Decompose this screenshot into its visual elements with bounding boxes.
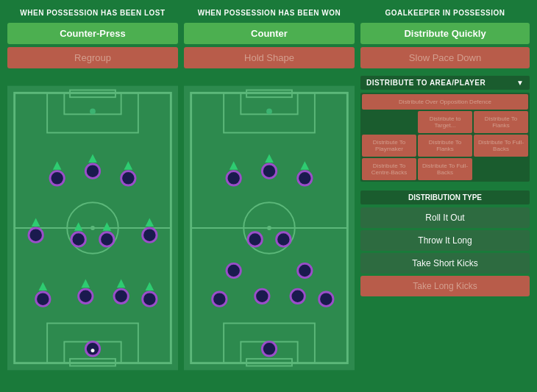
svg-point-15 [36, 292, 50, 306]
svg-point-27 [100, 232, 114, 246]
possession-won-panel: WHEN POSSESSION HAS BEEN WON Counter Hol… [184, 7, 355, 385]
svg-point-23 [29, 228, 43, 242]
take-short-kicks-btn[interactable]: Take Short Kicks [360, 253, 530, 274]
possession-lost-panel: WHEN POSSESSION HAS BEEN LOST Counter-Pr… [7, 7, 178, 385]
distribute-area-section: DISTRIBUTE TO AREA/PLAYER ▼ Distribute O… [360, 76, 530, 182]
goalkeeper-title: GOALKEEPER IN POSSESSION [360, 7, 530, 20]
svg-point-48 [266, 109, 272, 115]
svg-point-21 [143, 292, 157, 306]
counter-press-btn[interactable]: Counter-Press [7, 23, 178, 44]
svg-text:●: ● [90, 345, 95, 354]
dropdown-arrow-icon: ▼ [516, 79, 524, 87]
goalkeeper-panel: GOALKEEPER IN POSSESSION Distribute Quic… [360, 7, 530, 385]
pitch-left-wrap: ● [7, 71, 178, 385]
dist-cell-centrebacks[interactable]: Distribute To Centre-Backs [362, 158, 416, 180]
svg-point-50 [262, 342, 276, 356]
svg-point-64 [298, 263, 312, 277]
pitch-middle [184, 71, 355, 385]
regroup-btn[interactable]: Regroup [7, 47, 178, 68]
possession-lost-title: WHEN POSSESSION HAS BEEN LOST [7, 7, 178, 20]
svg-point-55 [248, 232, 262, 246]
throw-it-long-btn[interactable]: Throw It Long [360, 230, 530, 251]
pitch-left: ● [7, 71, 178, 385]
hold-shape-btn[interactable]: Hold Shape [184, 47, 355, 68]
distribute-area-header[interactable]: DISTRIBUTE TO AREA/PLAYER ▼ [360, 76, 530, 90]
svg-point-19 [114, 289, 128, 303]
dist-cell-flanks-left[interactable]: Distribute To Flanks [474, 111, 528, 133]
dist-cell-playmaker[interactable]: Distribute To Playmaker [362, 135, 416, 157]
distribution-type-section: DISTRIBUTION TYPE Roll It Out Throw It L… [360, 190, 530, 299]
svg-point-57 [227, 171, 241, 185]
svg-point-54 [319, 292, 333, 306]
take-long-kicks-btn[interactable]: Take Long Kicks [360, 276, 530, 296]
svg-point-56 [277, 232, 291, 246]
pitch-middle-wrap [184, 71, 355, 385]
svg-point-41 [267, 226, 271, 230]
slow-pace-btn[interactable]: Slow Pace Down [360, 47, 530, 68]
svg-point-4 [90, 226, 95, 230]
distribute-area-title: DISTRIBUTE TO AREA/PLAYER [366, 79, 486, 87]
dist-cell-target[interactable]: Distribute to Target... [418, 111, 472, 133]
goalkeeper-section: Distribute Quickly Slow Pace Down [360, 23, 530, 68]
svg-point-11 [90, 109, 96, 115]
svg-point-33 [85, 164, 99, 178]
possession-won-title: WHEN POSSESSION HAS BEEN WON [184, 7, 355, 20]
distribution-grid: Distribute Over Opposition Defence Distr… [360, 93, 530, 182]
dist-cell-opposition-defence[interactable]: Distribute Over Opposition Defence [362, 94, 528, 110]
distribution-type-header: DISTRIBUTION TYPE [360, 190, 530, 204]
svg-point-61 [298, 171, 312, 185]
svg-point-63 [227, 263, 241, 277]
svg-point-29 [143, 228, 157, 242]
svg-point-35 [121, 171, 135, 185]
svg-point-25 [71, 232, 85, 246]
svg-point-52 [255, 289, 269, 303]
dist-cell-fullbacks-right[interactable]: Distribute To Full-Backs [418, 158, 472, 180]
dist-cell-fullbacks-left[interactable]: Distribute To Full-Backs [474, 135, 528, 157]
svg-point-31 [50, 171, 64, 185]
svg-point-17 [79, 289, 93, 303]
dist-cell-flanks-right[interactable]: Distribute To Flanks [418, 135, 472, 157]
svg-point-59 [262, 164, 276, 178]
roll-it-out-btn[interactable]: Roll It Out [360, 207, 530, 228]
counter-btn[interactable]: Counter [184, 23, 355, 44]
distribute-quickly-btn[interactable]: Distribute Quickly [360, 23, 530, 44]
svg-point-51 [213, 292, 227, 306]
svg-point-53 [291, 289, 305, 303]
